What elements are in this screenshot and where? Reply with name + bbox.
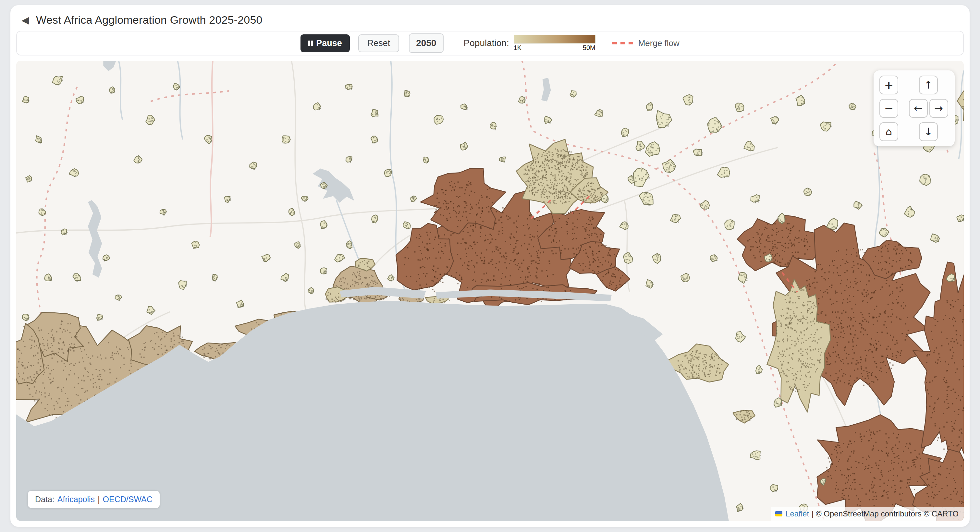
ukraine-flag-icon	[775, 511, 783, 516]
merge-flow-dash-icon	[612, 41, 634, 45]
pause-icon	[308, 41, 313, 46]
map-canvas[interactable]	[16, 61, 964, 521]
map-container: + ↑ − ← → ⌂ ↓ Data: Africapolis | OECD/S…	[16, 61, 964, 521]
legend-min-label: 1K	[514, 44, 522, 52]
map-controls-panel: + ↑ − ← → ⌂ ↓	[873, 70, 955, 146]
reset-button[interactable]: Reset	[358, 34, 399, 52]
home-button[interactable]: ⌂	[880, 122, 898, 141]
zoom-in-button[interactable]: +	[880, 76, 898, 94]
population-gradient-bar	[514, 35, 595, 43]
merge-flow-label: Merge flow	[638, 38, 679, 48]
pan-up-button[interactable]: ↑	[919, 76, 938, 94]
page-title: West Africa Agglomeration Growth 2025-20…	[36, 14, 262, 26]
data-attribution: Data: Africapolis | OECD/SWAC	[28, 491, 160, 508]
osm-carto-attribution: | © OpenStreetMap contributors © CARTO	[811, 509, 959, 518]
app-card: ◀ West Africa Agglomeration Growth 2025-…	[10, 5, 970, 527]
year-display: 2050	[409, 33, 443, 53]
leaflet-link[interactable]: Leaflet	[786, 509, 809, 518]
population-legend-label: Population:	[464, 38, 509, 48]
africapolis-link[interactable]: Africapolis	[57, 495, 95, 504]
zoom-out-button[interactable]: −	[880, 99, 898, 118]
pause-button-label: Pause	[316, 39, 342, 48]
data-attribution-prefix: Data:	[35, 495, 54, 504]
playback-toolbar: Pause Reset 2050 Population: 1K 50M Merg…	[16, 31, 964, 56]
population-legend: 1K 50M	[514, 35, 595, 52]
pan-left-button[interactable]: ←	[909, 99, 928, 118]
pan-down-button[interactable]: ↓	[919, 122, 938, 141]
back-button[interactable]: ◀	[21, 15, 29, 25]
data-attribution-separator: |	[98, 495, 100, 504]
oecd-swac-link[interactable]: OECD/SWAC	[103, 495, 153, 504]
pan-right-button[interactable]: →	[929, 99, 948, 118]
merge-flow-legend: Merge flow	[612, 38, 679, 48]
pause-button[interactable]: Pause	[301, 34, 350, 52]
app-header: ◀ West Africa Agglomeration Growth 2025-…	[10, 5, 970, 31]
leaflet-attribution: Leaflet | © OpenStreetMap contributors ©…	[772, 507, 964, 521]
legend-max-label: 50M	[583, 44, 595, 52]
